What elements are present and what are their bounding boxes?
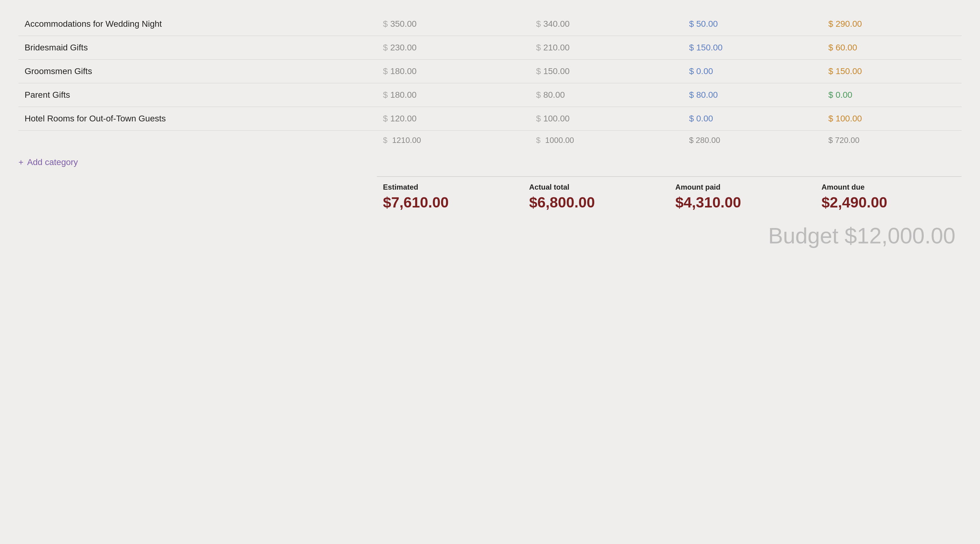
table-row: Bridesmaid Gifts $230.00 $210.00 $ 150.0… [19, 36, 961, 60]
due-amount-3: $ 0.00 [822, 83, 961, 107]
subtotal-due: $ 720.00 [822, 131, 961, 155]
subtotal-actual: $ 1000.00 [530, 131, 683, 155]
table-row: Accommodations for Wedding Night $350.00… [19, 12, 961, 36]
paid-amount-4: $ 0.00 [683, 107, 822, 131]
dollar-icon: $ [536, 136, 541, 145]
paid-amount-3: $ 80.00 [683, 83, 822, 107]
budget-table: Accommodations for Wedding Night $350.00… [19, 12, 961, 154]
subtotal-empty [19, 131, 377, 155]
total-due: Amount due $2,490.00 [815, 177, 961, 214]
add-category-button[interactable]: + Add category [19, 154, 961, 176]
dollar-icon: $ [383, 114, 388, 123]
actual-amount-0: $340.00 [530, 12, 683, 36]
dollar-icon: $ [536, 67, 541, 76]
paid-amount-2: $ 0.00 [683, 60, 822, 83]
estimated-amount-2: $180.00 [377, 60, 530, 83]
dollar-icon: $ [383, 43, 388, 52]
budget-display: Budget $12,000.00 [19, 223, 961, 248]
item-name-1: Bridesmaid Gifts [19, 36, 377, 60]
estimated-amount-1: $230.00 [377, 36, 530, 60]
dollar-icon: $ [536, 19, 541, 29]
estimated-value: $7,610.00 [383, 194, 517, 211]
dollar-icon: $ [536, 90, 541, 100]
paid-value: $4,310.00 [676, 194, 809, 211]
add-category-label: Add category [27, 157, 78, 167]
actual-amount-4: $100.00 [530, 107, 683, 131]
due-amount-1: $ 60.00 [822, 36, 961, 60]
due-amount-2: $ 150.00 [822, 60, 961, 83]
due-value: $2,490.00 [822, 194, 955, 211]
estimated-label: Estimated [383, 183, 517, 192]
actual-amount-1: $210.00 [530, 36, 683, 60]
dollar-icon: $ [536, 43, 541, 52]
actual-value: $6,800.00 [529, 194, 663, 211]
due-amount-0: $ 290.00 [822, 12, 961, 36]
subtotal-paid: $ 280.00 [683, 131, 822, 155]
due-amount-4: $ 100.00 [822, 107, 961, 131]
table-row: Parent Gifts $180.00 $80.00 $ 80.00 $ 0.… [19, 83, 961, 107]
dollar-icon: $ [383, 19, 388, 29]
item-name-2: Groomsmen Gifts [19, 60, 377, 83]
actual-amount-2: $150.00 [530, 60, 683, 83]
actual-amount-3: $80.00 [530, 83, 683, 107]
estimated-amount-3: $180.00 [377, 83, 530, 107]
subtotal-estimated: $ 1210.00 [377, 131, 530, 155]
paid-label: Amount paid [676, 183, 809, 192]
table-row: Groomsmen Gifts $180.00 $150.00 $ 0.00 $… [19, 60, 961, 83]
estimated-amount-4: $120.00 [377, 107, 530, 131]
totals-section: Estimated $7,610.00 Actual total $6,800.… [377, 177, 961, 214]
item-name-4: Hotel Rooms for Out-of-Town Guests [19, 107, 377, 131]
paid-amount-0: $ 50.00 [683, 12, 822, 36]
subtotal-row: $ 1210.00 $ 1000.00 $ 280.00 $ 720.00 [19, 131, 961, 155]
total-estimated: Estimated $7,610.00 [377, 177, 523, 214]
due-label: Amount due [822, 183, 955, 192]
total-actual: Actual total $6,800.00 [523, 177, 669, 214]
dollar-icon: $ [383, 67, 388, 76]
item-name-3: Parent Gifts [19, 83, 377, 107]
item-name-0: Accommodations for Wedding Night [19, 12, 377, 36]
total-paid: Amount paid $4,310.00 [669, 177, 815, 214]
actual-label: Actual total [529, 183, 663, 192]
dollar-icon: $ [536, 114, 541, 123]
dollar-icon: $ [383, 90, 388, 100]
dollar-icon: $ [383, 136, 387, 145]
paid-amount-1: $ 150.00 [683, 36, 822, 60]
estimated-amount-0: $350.00 [377, 12, 530, 36]
plus-icon: + [19, 157, 23, 167]
table-row: Hotel Rooms for Out-of-Town Guests $120.… [19, 107, 961, 131]
